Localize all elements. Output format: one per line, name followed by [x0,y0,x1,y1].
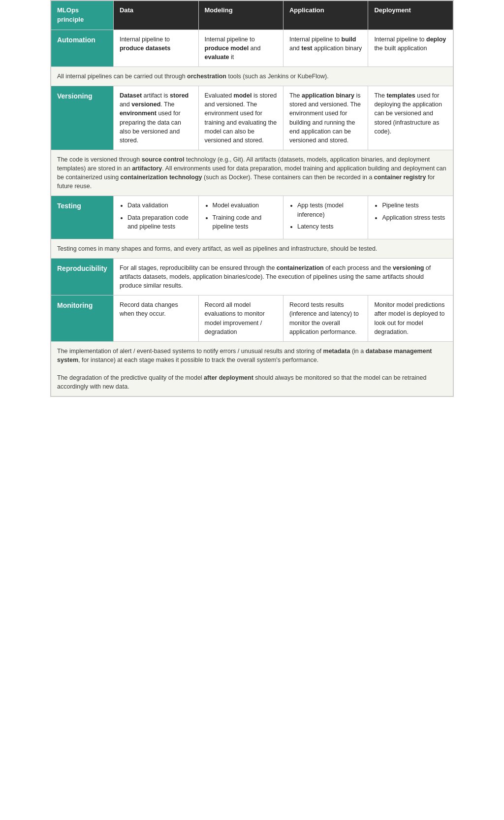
testing-deploy-item1: Pipeline tests [382,201,447,210]
versioning-span-row: The code is versioned through source con… [51,150,453,196]
automation-span-text: All internal pipelines can be carried ou… [51,67,453,86]
header-application: Application [283,1,368,30]
reproducibility-text: For all stages, reproducibility can be e… [113,258,453,295]
automation-data: Internal pipeline to produce datasets [113,30,198,66]
testing-span-text: Testing comes in many shapes and forms, … [51,239,453,258]
automation-row: Automation Internal pipeline to produce … [51,30,453,66]
monitoring-span-text: The implementation of alert / event-base… [51,341,453,396]
header-data: Data [113,1,198,30]
monitoring-span-p1: The implementation of alert / event-base… [57,347,447,364]
header-deployment: Deployment [368,1,453,30]
monitoring-deployment: Monitor model predictions after model is… [368,295,453,342]
versioning-data: Dataset artifact is stored and versioned… [113,86,198,150]
header-principle: MLOpsprinciple [51,1,114,30]
versioning-row: Versioning Dataset artifact is stored an… [51,86,453,150]
automation-modeling: Internal pipeline to produce model and e… [198,30,283,66]
reproducibility-row: Reproducibility For all stages, reproduc… [51,258,453,295]
automation-span-row: All internal pipelines can be carried ou… [51,67,453,86]
testing-application: App tests (model inference) Latency test… [283,196,368,239]
monitoring-application: Record tests results (inference and late… [283,295,368,342]
versioning-span-text: The code is versioned through source con… [51,150,453,196]
automation-principle: Automation [51,30,114,66]
automation-application: Internal pipeline to build and test appl… [283,30,368,66]
monitoring-span-p2: The degradation of the predictive qualit… [57,373,447,391]
versioning-principle: Versioning [51,86,114,150]
testing-span-row: Testing comes in many shapes and forms, … [51,239,453,258]
testing-modeling-item2: Training code and pipeline tests [213,213,277,231]
versioning-application: The application binary is stored and ver… [283,86,368,150]
header-modeling: Modeling [198,1,283,30]
versioning-modeling: Evaluated model is stored and versioned.… [198,86,283,150]
testing-principle: Testing [51,196,114,239]
testing-deployment: Pipeline tests Application stress tests [368,196,453,239]
mlops-table: MLOpsprinciple Data Modeling Application… [50,0,454,397]
automation-deployment: Internal pipeline to deploy the built ap… [368,30,453,66]
versioning-deployment: The templates used for deploying the app… [368,86,453,150]
testing-modeling: Model evaluation Training code and pipel… [198,196,283,239]
testing-row: Testing Data validation Data preparation… [51,196,453,239]
monitoring-row: Monitoring Record data changes when they… [51,295,453,342]
monitoring-principle: Monitoring [51,295,114,342]
monitoring-modeling: Record all model evaluations to monitor … [198,295,283,342]
reproducibility-principle: Reproducibility [51,258,114,295]
monitoring-data: Record data changes when they occur. [113,295,198,342]
testing-data-item2: Data preparation code and pipeline tests [127,213,192,231]
testing-data: Data validation Data preparation code an… [113,196,198,239]
testing-app-item2: Latency tests [297,222,362,231]
testing-data-item1: Data validation [127,201,192,210]
table-header: MLOpsprinciple Data Modeling Application… [51,1,453,30]
testing-app-item1: App tests (model inference) [297,201,362,219]
testing-modeling-item1: Model evaluation [213,201,277,210]
testing-deploy-item2: Application stress tests [382,213,447,222]
monitoring-span-row: The implementation of alert / event-base… [51,341,453,396]
